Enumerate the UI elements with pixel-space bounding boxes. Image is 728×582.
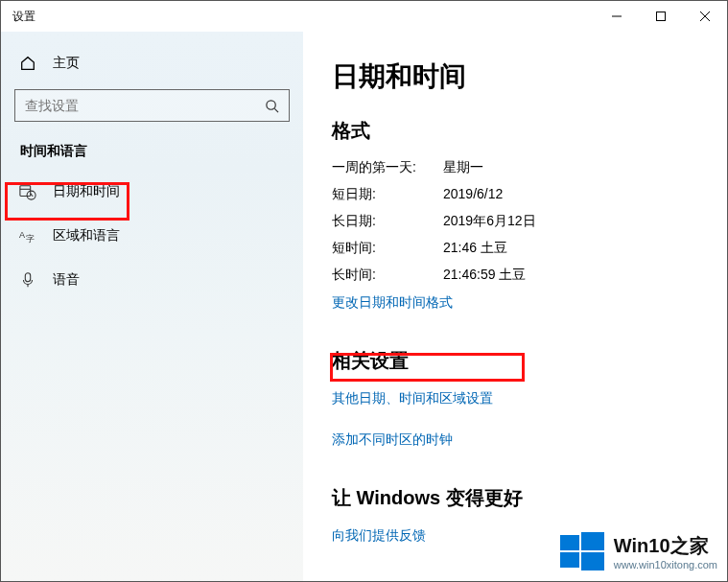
svg-rect-15 <box>560 535 579 550</box>
format-block: 格式 一周的第一天:星期一 短日期:2019/6/12 长日期:2019年6月1… <box>332 118 708 321</box>
sidebar-item-datetime[interactable]: 日期和时间 <box>11 170 294 214</box>
value: 2019年6月12日 <box>443 213 536 230</box>
label: 长日期: <box>332 213 443 230</box>
value: 21:46 土豆 <box>443 240 507 257</box>
home-label: 主页 <box>53 55 80 72</box>
better-heading: 让 Windows 变得更好 <box>332 485 708 511</box>
window-title: 设置 <box>1 9 595 25</box>
svg-line-10 <box>32 196 34 197</box>
main-content: 日期和时间 格式 一周的第一天:星期一 短日期:2019/6/12 长日期:20… <box>303 32 727 581</box>
svg-rect-13 <box>25 273 30 282</box>
settings-window: 设置 主页 <box>0 0 728 582</box>
close-button[interactable] <box>683 1 727 32</box>
windows-logo-icon <box>560 529 604 573</box>
sidebar-item-region[interactable]: A字 区域和语言 <box>11 214 294 258</box>
row-longtime: 长时间:21:46:59 土豆 <box>332 267 708 284</box>
calendar-clock-icon <box>18 182 37 201</box>
home-icon <box>18 54 37 73</box>
feedback-link[interactable]: 向我们提供反馈 <box>332 527 426 545</box>
microphone-icon <box>18 270 37 290</box>
watermark-title: Win10之家 <box>614 533 717 559</box>
home-nav[interactable]: 主页 <box>11 41 294 85</box>
value: 21:46:59 土豆 <box>443 267 526 284</box>
search-input[interactable] <box>25 98 264 113</box>
page-title: 日期和时间 <box>332 58 708 95</box>
sidebar-item-label: 语音 <box>53 271 80 289</box>
svg-line-5 <box>274 108 278 112</box>
svg-line-2 <box>700 12 710 21</box>
svg-text:字: 字 <box>26 234 35 244</box>
other-date-region-link[interactable]: 其他日期、时间和区域设置 <box>332 390 493 407</box>
value: 2019/6/12 <box>443 186 503 203</box>
related-heading: 相关设置 <box>332 348 708 374</box>
window-controls <box>595 1 727 32</box>
sidebar-item-label: 区域和语言 <box>53 227 120 244</box>
value: 星期一 <box>443 159 483 176</box>
svg-rect-16 <box>581 532 604 550</box>
add-timezone-link[interactable]: 添加不同时区的时钟 <box>332 431 453 449</box>
sidebar-item-label: 日期和时间 <box>53 183 120 200</box>
row-shortdate: 短日期:2019/6/12 <box>332 186 708 203</box>
sidebar: 主页 时间和语言 日期和时间 A字 区域和语言 <box>1 32 303 581</box>
search-icon <box>264 98 279 113</box>
svg-rect-17 <box>560 552 579 568</box>
label: 一周的第一天: <box>332 159 443 176</box>
label: 短日期: <box>332 186 443 203</box>
row-longdate: 长日期:2019年6月12日 <box>332 213 708 230</box>
titlebar: 设置 <box>1 1 727 32</box>
minimize-button[interactable] <box>595 1 639 32</box>
sidebar-item-speech[interactable]: 语音 <box>11 258 294 302</box>
search-box[interactable] <box>14 89 290 122</box>
watermark: Win10之家 www.win10xitong.com <box>560 529 717 573</box>
svg-point-4 <box>266 100 274 108</box>
svg-rect-6 <box>20 186 31 197</box>
row-firstday: 一周的第一天:星期一 <box>332 159 708 176</box>
label: 短时间: <box>332 240 443 257</box>
svg-rect-1 <box>657 12 666 21</box>
sidebar-section-title: 时间和语言 <box>11 122 294 170</box>
window-body: 主页 时间和语言 日期和时间 A字 区域和语言 <box>1 32 727 581</box>
change-format-link[interactable]: 更改日期和时间格式 <box>332 294 453 312</box>
row-shorttime: 短时间:21:46 土豆 <box>332 240 708 257</box>
maximize-button[interactable] <box>639 1 683 32</box>
svg-line-3 <box>700 12 710 21</box>
label: 长时间: <box>332 267 443 284</box>
svg-rect-18 <box>581 552 604 570</box>
format-heading: 格式 <box>332 118 708 144</box>
watermark-url: www.win10xitong.com <box>614 559 717 570</box>
language-icon: A字 <box>18 226 37 245</box>
svg-text:A: A <box>19 230 25 240</box>
related-block: 相关设置 其他日期、时间和区域设置 添加不同时区的时钟 <box>332 348 708 458</box>
